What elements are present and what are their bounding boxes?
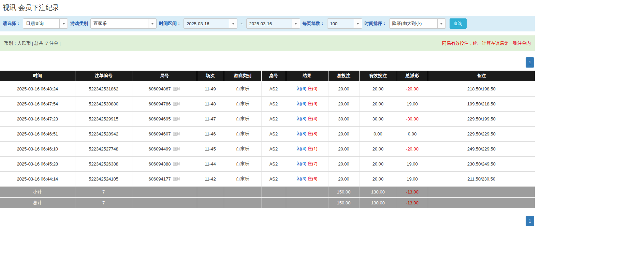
caret-down-icon — [232, 23, 235, 25]
game-type-dropdown-button[interactable] — [148, 19, 156, 28]
header-remark: 备注 — [428, 71, 535, 81]
sort-select[interactable] — [389, 18, 446, 29]
cell-valid-bet: 20.00 — [359, 141, 397, 156]
table-row: 2025-03-16 06:47:54 522342530880 6060947… — [0, 96, 535, 111]
cell-round-id: 606094786 — [132, 96, 197, 111]
empty-cell — [286, 186, 328, 197]
query-type-input[interactable] — [23, 19, 59, 28]
per-page-input[interactable] — [327, 19, 354, 28]
cell-valid-bet: 20.00 — [359, 156, 397, 171]
total-payout: -13.00 — [397, 197, 428, 208]
date-to-select[interactable] — [246, 18, 300, 29]
date-from-input[interactable] — [184, 19, 229, 28]
result-player: 闲(8) — [296, 131, 306, 136]
game-type-select[interactable] — [90, 18, 157, 29]
cell-result: 闲(8) 庄(4) — [286, 111, 328, 126]
video-replay-icon[interactable] — [173, 176, 180, 182]
filter-bar: 请选择： 游戏类别 时间区间： ~ 每页笔数： 时间排序： — [0, 16, 535, 31]
result-player: 闲(6) — [296, 101, 306, 106]
cell-remark: 229.50/229.50 — [428, 126, 535, 141]
header-session: 场次 — [197, 71, 224, 81]
sort-input[interactable] — [390, 19, 437, 28]
cell-table-no: AS2 — [261, 81, 286, 96]
date-from-dropdown-button[interactable] — [229, 19, 237, 28]
result-banker: 庄(4) — [308, 116, 318, 121]
cell-table-no: AS2 — [261, 156, 286, 171]
table-body: 2025-03-16 06:48:24 522342531862 6060948… — [0, 81, 535, 186]
cell-total-bet[interactable]: 20.00 — [328, 156, 359, 171]
per-page-dropdown-button[interactable] — [354, 19, 362, 28]
cell-payout: 0.00 — [397, 126, 428, 141]
date-to-input[interactable] — [247, 19, 292, 28]
cell-round-id: 606094607 — [132, 126, 197, 141]
game-type-label: 游戏类别 — [70, 20, 88, 27]
total-label: 总计 — [0, 197, 75, 208]
empty-cell — [261, 197, 286, 208]
cell-remark: 218.50/198.50 — [428, 81, 535, 96]
cell-game-type: 百家乐 — [224, 126, 261, 141]
cell-total-bet[interactable]: 20.00 — [328, 171, 359, 186]
search-button[interactable]: 查询 — [450, 18, 467, 29]
video-replay-icon[interactable] — [173, 116, 180, 121]
result-banker: 庄(8) — [308, 131, 318, 136]
video-replay-icon[interactable] — [173, 101, 180, 106]
date-to-dropdown-button[interactable] — [292, 19, 300, 28]
cell-remark: 229.50/199.50 — [428, 111, 535, 126]
cell-time: 2025-03-16 06:47:54 — [0, 96, 75, 111]
cell-valid-bet: 20.00 — [359, 81, 397, 96]
cell-total-bet[interactable]: 30.00 — [328, 111, 359, 126]
per-page-select[interactable] — [327, 18, 362, 29]
video-replay-icon[interactable] — [173, 86, 180, 91]
result-banker: 庄(6) — [308, 176, 318, 181]
subtotal-row: 小计 7 150.00 130.00 -13.00 — [0, 186, 535, 197]
game-type-input[interactable] — [91, 19, 148, 28]
video-replay-icon[interactable] — [173, 161, 180, 167]
query-type-select[interactable] — [23, 18, 68, 29]
currency-total-text: 币别：人民币 | 总共 :7 注单 | — [4, 40, 61, 46]
cell-game-type: 百家乐 — [224, 96, 261, 111]
page-1-button[interactable]: 1 — [526, 57, 534, 68]
cell-game-type: 百家乐 — [224, 156, 261, 171]
subtotal-total-bet: 150.00 — [328, 186, 359, 197]
header-round-id: 局号 — [132, 71, 197, 81]
sort-dropdown-button[interactable] — [437, 19, 445, 28]
cell-total-bet[interactable]: 20.00 — [328, 126, 359, 141]
total-row: 总计 7 150.00 130.00 -13.00 — [0, 197, 535, 208]
cell-total-bet[interactable]: 20.00 — [328, 81, 359, 96]
caret-down-icon — [440, 23, 443, 25]
empty-cell — [286, 197, 328, 208]
cell-result: 闲(0) 庄(7) — [286, 156, 328, 171]
empty-cell — [428, 186, 535, 197]
page-content: 视讯 会员下注纪录 请选择： 游戏类别 时间区间： ~ 每页笔数： 时间排序： — [0, 3, 535, 226]
empty-cell — [224, 186, 261, 197]
result-banker: 庄(9) — [308, 101, 318, 106]
query-type-dropdown-button[interactable] — [59, 19, 68, 28]
video-replay-icon[interactable] — [173, 131, 180, 136]
cell-round-id: 606094499 — [132, 141, 197, 156]
table-row: 2025-03-16 06:45:28 522342526388 6060943… — [0, 156, 535, 171]
cell-total-bet[interactable]: 20.00 — [328, 141, 359, 156]
pagination-bottom: 1 — [0, 216, 535, 226]
cell-round-id: 606094177 — [132, 171, 197, 186]
empty-cell — [197, 197, 224, 208]
cell-round-id: 606094388 — [132, 156, 197, 171]
cell-time: 2025-03-16 06:44:14 — [0, 171, 75, 186]
cell-valid-bet: 20.00 — [359, 96, 397, 111]
round-number: 606094867 — [148, 86, 171, 91]
page-1-button[interactable]: 1 — [526, 216, 534, 226]
date-from-select[interactable] — [184, 18, 237, 29]
table-row: 2025-03-16 06:47:23 522342529915 6060946… — [0, 111, 535, 126]
total-count: 7 — [75, 197, 132, 208]
result-banker: 庄(0) — [308, 86, 318, 91]
cell-bet-id: 522342530880 — [75, 96, 132, 111]
per-page-label: 每页笔数： — [303, 20, 325, 27]
caret-down-icon — [62, 23, 65, 25]
cell-result: 闲(8) 庄(8) — [286, 126, 328, 141]
round-number: 606094607 — [148, 131, 171, 136]
empty-cell — [224, 197, 261, 208]
total-total-bet: 150.00 — [328, 197, 359, 208]
video-replay-icon[interactable] — [173, 146, 180, 152]
cell-total-bet[interactable]: 20.00 — [328, 96, 359, 111]
cell-table-no: AS2 — [261, 96, 286, 111]
subtotal-payout: -13.00 — [397, 186, 428, 197]
